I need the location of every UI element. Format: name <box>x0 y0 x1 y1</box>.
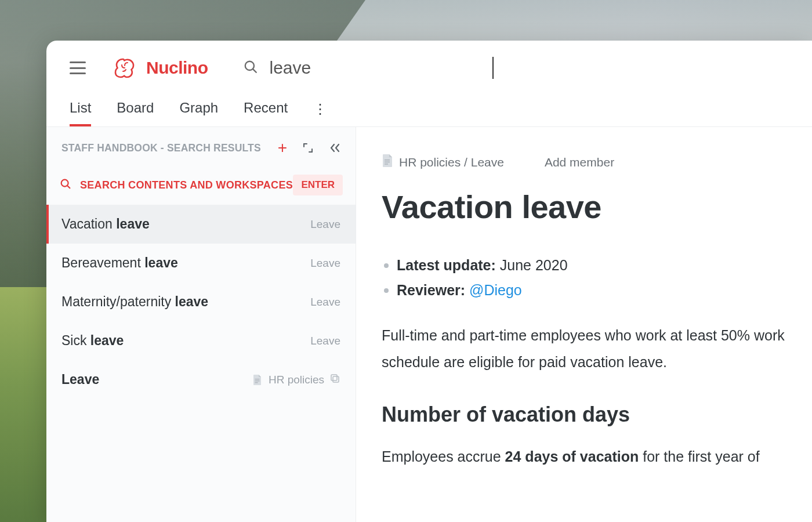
document-icon <box>382 154 393 171</box>
add-member-link[interactable]: Add member <box>545 155 614 169</box>
search-result[interactable]: Maternity/paternity leave Leave <box>46 282 356 321</box>
search-result-category: Leave <box>310 218 340 231</box>
search-result[interactable]: Leave HR policies <box>46 360 356 399</box>
search-contents-label: SEARCH CONTENTS AND WORKSPACES <box>80 179 293 191</box>
mention-link[interactable]: @Diego <box>469 282 522 298</box>
meta-reviewer: Reviewer: @Diego <box>382 282 812 299</box>
meta-latest-update: Latest update: June 2020 <box>382 257 812 274</box>
tab-recent[interactable]: Recent <box>244 100 288 126</box>
svg-line-3 <box>67 186 70 188</box>
search-icon[interactable] <box>243 59 258 77</box>
search-result-category: Leave <box>310 296 340 309</box>
brand[interactable]: Nuclino <box>113 57 208 79</box>
meta-list: Latest update: June 2020 Reviewer: @Dieg… <box>382 257 812 299</box>
body-split: STAFF HANDBOOK - SEARCH RESULTS + <box>46 126 812 522</box>
svg-line-1 <box>253 69 256 72</box>
tab-board[interactable]: Board <box>117 100 154 126</box>
search-result-category: Leave <box>310 257 340 270</box>
svg-rect-10 <box>385 162 390 163</box>
search-result-title: Bereavement leave <box>61 255 178 271</box>
sidebar-title: STAFF HANDBOOK - SEARCH RESULTS <box>61 142 261 154</box>
breadcrumb-text: HR policies / Leave <box>399 155 504 169</box>
search-contents-row[interactable]: SEARCH CONTENTS AND WORKSPACES ENTER <box>46 165 356 205</box>
expand-icon[interactable] <box>302 142 314 154</box>
menu-icon[interactable] <box>70 61 86 74</box>
section-paragraph: Employees accrue 24 days of vacation for… <box>382 443 812 470</box>
svg-rect-5 <box>255 380 259 381</box>
document-main: HR policies / Leave Add member Vacation … <box>356 127 812 522</box>
search-result[interactable]: Sick leave Leave <box>46 321 356 360</box>
svg-rect-8 <box>331 375 337 380</box>
svg-rect-4 <box>255 379 259 379</box>
chevron-left-icon[interactable] <box>329 142 340 154</box>
tab-graph[interactable]: Graph <box>179 100 218 126</box>
search-input[interactable] <box>267 57 494 79</box>
app-window: Nuclino List Board Graph Recent ⋮ STAFF … <box>46 41 812 522</box>
search-result-title: Vacation leave <box>61 216 150 232</box>
document-icon <box>252 374 263 386</box>
section-heading: Number of vacation days <box>382 403 812 427</box>
enter-badge: ENTER <box>293 175 343 195</box>
svg-rect-11 <box>385 164 388 165</box>
tab-list[interactable]: List <box>70 100 91 126</box>
copy-icon <box>330 374 340 386</box>
search-icon <box>59 177 72 193</box>
search-wrap <box>243 57 494 79</box>
sidebar-header: STAFF HANDBOOK - SEARCH RESULTS + <box>46 127 356 165</box>
sidebar: STAFF HANDBOOK - SEARCH RESULTS + <box>46 127 356 522</box>
svg-rect-7 <box>333 376 339 382</box>
search-result-title: Sick leave <box>61 333 124 349</box>
search-result-category: HR policies <box>252 374 340 386</box>
brand-name: Nuclino <box>146 58 208 78</box>
search-result[interactable]: Bereavement leave Leave <box>46 244 356 282</box>
sidebar-header-actions: + <box>278 140 340 156</box>
svg-rect-9 <box>385 160 390 161</box>
breadcrumb[interactable]: HR policies / Leave <box>382 154 504 171</box>
brain-icon <box>113 57 140 79</box>
plus-icon[interactable]: + <box>278 140 287 156</box>
document-header-row: HR policies / Leave Add member <box>382 154 812 171</box>
search-result-title: Maternity/paternity leave <box>61 294 208 310</box>
page-title: Vacation leave <box>382 188 812 226</box>
search-result[interactable]: Vacation leave Leave <box>46 205 356 244</box>
intro-paragraph: Full-time and part-time employees who wo… <box>382 322 812 376</box>
topbar: Nuclino <box>46 41 812 89</box>
search-result-title: Leave <box>61 372 99 387</box>
view-tabs: List Board Graph Recent ⋮ <box>46 89 812 126</box>
tab-more-icon[interactable]: ⋮ <box>313 101 328 125</box>
search-result-category: Leave <box>310 335 340 347</box>
svg-rect-6 <box>255 382 258 383</box>
